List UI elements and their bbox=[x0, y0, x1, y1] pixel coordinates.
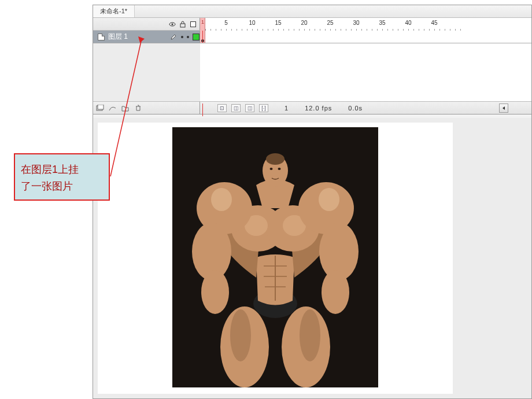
outline-square-icon[interactable] bbox=[189, 20, 197, 28]
current-frame-number: 1 bbox=[201, 19, 204, 25]
visibility-eye-icon[interactable] bbox=[168, 20, 176, 28]
svg-point-30 bbox=[278, 168, 281, 170]
svg-point-10 bbox=[230, 309, 251, 361]
ruler-tick: 5 bbox=[224, 20, 228, 26]
bodybuilder-figure bbox=[172, 127, 378, 387]
new-motion-guide-icon[interactable] bbox=[108, 104, 117, 112]
svg-point-11 bbox=[300, 309, 320, 361]
pencil-icon bbox=[169, 33, 178, 41]
playhead-line bbox=[202, 31, 203, 43]
onion-skin-outline-icon[interactable]: ◫ bbox=[245, 104, 254, 112]
svg-point-1 bbox=[172, 23, 173, 25]
timeline-panel: 1 51015202530354045 图层 1 bbox=[93, 18, 531, 114]
ruler-tick: 25 bbox=[327, 20, 333, 26]
scroll-left-arrow-icon[interactable] bbox=[499, 104, 508, 113]
new-folder-icon[interactable] bbox=[121, 104, 130, 112]
frames-track[interactable] bbox=[200, 31, 531, 43]
layer-name-label[interactable]: 图层 1 bbox=[108, 32, 166, 42]
layer-info: 图层 1 bbox=[93, 31, 200, 43]
layer-control-buttons bbox=[93, 102, 200, 114]
timeline-header: 1 51015202530354045 bbox=[93, 18, 531, 31]
svg-point-26 bbox=[322, 270, 349, 314]
svg-rect-4 bbox=[98, 105, 104, 109]
layer-visible-dot[interactable] bbox=[181, 36, 183, 38]
svg-point-32 bbox=[319, 188, 339, 211]
current-frame-display: 1 bbox=[285, 105, 289, 112]
ruler-tick: 40 bbox=[405, 20, 411, 26]
callout-text-line2: 了一张图片 bbox=[21, 178, 103, 195]
center-frame-icon[interactable]: ⊡ bbox=[217, 104, 227, 112]
svg-point-25 bbox=[201, 270, 229, 314]
layer-type-icon bbox=[98, 34, 105, 40]
timeline-status: ⊡ ◫ ◫ [·] 1 12.0 fps 0.0s bbox=[200, 104, 531, 113]
svg-point-29 bbox=[270, 168, 273, 170]
new-layer-icon[interactable] bbox=[95, 104, 105, 112]
stage-viewport[interactable] bbox=[93, 118, 531, 398]
ruler-tick: 20 bbox=[301, 20, 307, 26]
svg-point-31 bbox=[211, 188, 232, 211]
stage-canvas[interactable] bbox=[98, 123, 453, 394]
ruler-tick: 10 bbox=[249, 20, 255, 26]
ruler-tick: 45 bbox=[431, 20, 437, 26]
document-tab[interactable]: 未命名-1* bbox=[93, 5, 135, 17]
layer-header-controls bbox=[93, 18, 200, 30]
annotation-callout: 在图层1上挂 了一张图片 bbox=[14, 153, 110, 201]
onion-skin-icon[interactable]: ◫ bbox=[231, 104, 241, 112]
timeline-footer: ⊡ ◫ ◫ [·] 1 12.0 fps 0.0s bbox=[93, 101, 531, 114]
svg-rect-2 bbox=[180, 24, 185, 27]
ruler-tick: 30 bbox=[353, 20, 359, 26]
fps-display: 12.0 fps bbox=[305, 105, 332, 112]
ruler-tick: 35 bbox=[379, 20, 385, 26]
timeline-ruler[interactable]: 1 51015202530354045 bbox=[200, 18, 531, 31]
placed-image[interactable] bbox=[172, 127, 378, 387]
playhead-marker[interactable]: 1 bbox=[200, 18, 205, 31]
delete-layer-trash-icon[interactable] bbox=[134, 104, 143, 112]
ruler-tick: 15 bbox=[275, 20, 281, 26]
layer-row[interactable]: 图层 1 bbox=[93, 31, 531, 43]
document-tab-bar: 未命名-1* bbox=[93, 5, 531, 18]
lock-icon[interactable] bbox=[179, 20, 187, 28]
flash-app-window: 未命名-1* 1 51015202530354045 bbox=[93, 5, 532, 399]
layer-color-swatch[interactable] bbox=[193, 34, 200, 40]
elapsed-time-display: 0.0s bbox=[348, 105, 363, 112]
edit-multiple-frames-icon[interactable]: [·] bbox=[259, 104, 268, 112]
callout-text-line1: 在图层1上挂 bbox=[21, 161, 103, 178]
svg-point-28 bbox=[266, 153, 285, 165]
layer-lock-dot[interactable] bbox=[187, 36, 189, 38]
footer-playhead-line bbox=[202, 104, 203, 116]
timeline-empty-area bbox=[93, 43, 531, 101]
